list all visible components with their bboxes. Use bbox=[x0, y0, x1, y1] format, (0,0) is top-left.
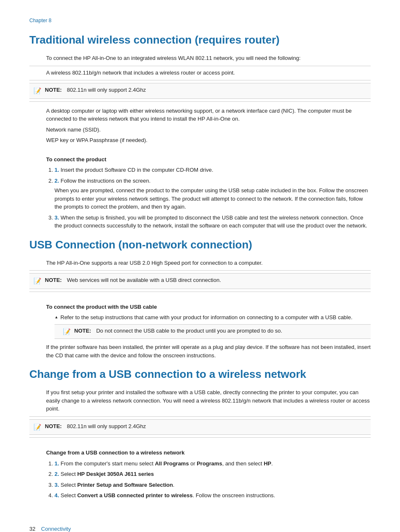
step-text-2: Follow the instructions on the screen. bbox=[60, 178, 151, 184]
note-icon-1: 📝 bbox=[34, 86, 42, 96]
body-text-2: Network name (SSID). bbox=[46, 126, 371, 134]
wireless-bullet-1: A wireless 802.11b/g/n network that incl… bbox=[46, 69, 371, 77]
step2-num-1: 1. bbox=[55, 460, 59, 467]
section-intro-traditional: To connect the HP All-in-One to an integ… bbox=[46, 54, 371, 62]
list-item: 3. When the setup is finished, you will … bbox=[55, 214, 371, 230]
step-subtext-2: When you are prompted, connect the produ… bbox=[55, 186, 371, 211]
note-label-3: NOTE: bbox=[74, 327, 91, 335]
step-text-3: When the setup is finished, you will be … bbox=[55, 214, 367, 229]
section-title-change: Change from a USB connection to a wirele… bbox=[29, 366, 371, 382]
body-text-1: A desktop computer or laptop with either… bbox=[46, 107, 371, 123]
body-text-3: WEP key or WPA Passphrase (if needed). bbox=[46, 136, 371, 145]
list-item: 3. Select Printer Setup and Software Sel… bbox=[55, 481, 371, 489]
note-text-4: 802.11n will only support 2.4Ghz bbox=[67, 422, 146, 431]
footer-label: Connectivity bbox=[41, 526, 71, 532]
steps-list-2: 1. From the computer's start menu select… bbox=[55, 460, 371, 500]
note-icon-2: 📝 bbox=[34, 276, 42, 286]
section-intro-usb: The HP All-in-One supports a rear USB 2.… bbox=[46, 259, 371, 267]
section-title-usb: USB Connection (non-network connection) bbox=[29, 237, 371, 253]
list-item: 4. Select Convert a USB connected printe… bbox=[55, 491, 371, 500]
step2-num-4: 4. bbox=[55, 492, 59, 498]
subsection-title-change-steps: Change from a USB connection to a wirele… bbox=[46, 449, 371, 457]
step-num-2: 2. bbox=[55, 178, 59, 184]
section-title-traditional: Traditional wireless connection (require… bbox=[29, 32, 371, 48]
note-box-2: 📝 NOTE: Web services will not be availab… bbox=[29, 273, 371, 289]
divider-7 bbox=[29, 437, 371, 438]
note-label-2: NOTE: bbox=[45, 276, 62, 284]
note-box-3: 📝 NOTE: 802.11n will only support 2.4Ghz bbox=[29, 419, 371, 435]
usb-footer-text: If the printer software has been install… bbox=[46, 343, 371, 359]
page-footer: 32 Connectivity bbox=[29, 525, 371, 532]
step2-text-2: Select HP Deskjet 3050A J611 series bbox=[60, 471, 154, 477]
list-item: 2. Follow the instructions on the screen… bbox=[55, 177, 371, 211]
page-number: 32 bbox=[29, 526, 35, 532]
list-item: Refer to the setup instructions that cam… bbox=[55, 313, 371, 322]
step2-num-2: 2. bbox=[55, 471, 59, 477]
section-intro-change: If you first setup your printer and inst… bbox=[46, 388, 371, 413]
list-item: 1. Insert the product Software CD in the… bbox=[55, 166, 371, 174]
step2-text-1: From the computer's start menu select Al… bbox=[60, 460, 273, 467]
note-label-1: NOTE: bbox=[45, 86, 62, 94]
step-text-1: Insert the product Software CD in the co… bbox=[60, 167, 213, 173]
note-text-1: 802.11n will only support 2.4Ghz bbox=[67, 86, 146, 94]
step-num-3: 3. bbox=[55, 214, 59, 221]
step2-text-3: Select Printer Setup and Software Select… bbox=[60, 482, 174, 488]
note-box-inner: 📝 NOTE: Do not connect the USB cable to … bbox=[55, 324, 371, 339]
note-box-1: 📝 NOTE: 802.11n will only support 2.4Ghz bbox=[29, 83, 371, 99]
list-item: 2. Select HP Deskjet 3050A J611 series bbox=[55, 470, 371, 478]
note-label-4: NOTE: bbox=[45, 422, 62, 431]
step2-text-4: Select Convert a USB connected printer t… bbox=[60, 492, 275, 498]
subsection-title-usb-connect: To connect the product with the USB cabl… bbox=[46, 303, 371, 311]
step2-num-3: 3. bbox=[55, 482, 59, 488]
divider-3 bbox=[29, 101, 371, 102]
divider-6 bbox=[29, 416, 371, 417]
divider-4 bbox=[29, 270, 371, 271]
note-icon-4: 📝 bbox=[34, 423, 42, 432]
divider-1 bbox=[29, 66, 371, 66]
list-item: 1. From the computer's start menu select… bbox=[55, 460, 371, 468]
step-num-1: 1. bbox=[55, 167, 59, 173]
note-icon-3: 📝 bbox=[63, 327, 71, 337]
divider-2 bbox=[29, 80, 371, 80]
chapter-label: Chapter 8 bbox=[29, 17, 371, 24]
bullet-list-usb: Refer to the setup instructions that cam… bbox=[55, 313, 371, 322]
note-text-2: Web services will not be available with … bbox=[67, 276, 221, 284]
divider-5 bbox=[29, 292, 371, 292]
note-text-3: Do not connect the USB cable to the prod… bbox=[96, 327, 282, 335]
subsection-title-connect-product: To connect the product bbox=[46, 155, 371, 164]
steps-list-1: 1. Insert the product Software CD in the… bbox=[55, 166, 371, 230]
